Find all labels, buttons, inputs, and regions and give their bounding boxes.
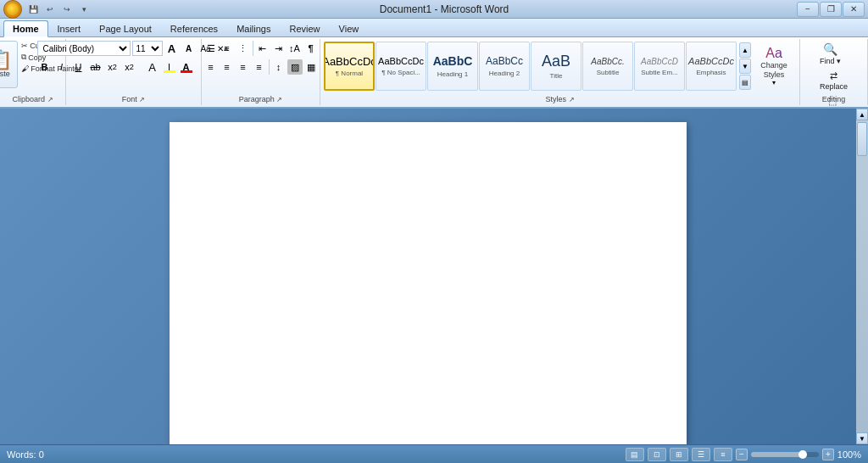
tab-review[interactable]: Review [280, 20, 329, 36]
strikethrough-button[interactable]: ab [88, 59, 103, 75]
tab-home[interactable]: Home [3, 20, 48, 37]
replace-icon: ⇄ [830, 70, 837, 81]
view-web-layout-button[interactable]: ⊞ [670, 448, 688, 461]
vertical-scrollbar[interactable]: ▲ ▼ [856, 109, 868, 444]
borders-button[interactable]: ▦ [303, 59, 319, 75]
customize-qa-button[interactable]: ▾ [76, 3, 92, 16]
word-count: Words: 0 [7, 449, 44, 460]
style-subtitle[interactable]: AaBbCc. Subtitle [582, 42, 633, 91]
bullets-button[interactable]: ☰ [203, 41, 219, 56]
tab-page-layout[interactable]: Page Layout [90, 20, 161, 36]
align-right-button[interactable]: ≡ [236, 59, 251, 75]
change-styles-dropdown-icon: ▾ [772, 79, 776, 86]
style-subtle-em[interactable]: AaBbCcD Subtle Em... [634, 42, 685, 91]
style-normal[interactable]: AaBbCcDc ¶ Normal [324, 42, 375, 91]
align-center-button[interactable]: ≡ [220, 59, 235, 75]
tab-references[interactable]: References [161, 20, 227, 36]
view-print-layout-button[interactable]: ▤ [626, 448, 644, 461]
format-painter-icon: 🖌 [21, 64, 29, 73]
tab-view[interactable]: View [330, 20, 369, 36]
tab-insert[interactable]: Insert [48, 20, 91, 36]
style-emphasis-preview: AaBbCcDc [688, 56, 734, 67]
font-name-select[interactable]: Calibri (Body) [37, 41, 131, 56]
restore-button[interactable]: ❐ [820, 2, 842, 17]
subscript-button[interactable]: x2 [105, 59, 120, 75]
style-no-spacing[interactable]: AaBbCcDc ¶ No Spaci... [376, 42, 426, 91]
decrease-indent-button[interactable]: ⇤ [255, 41, 270, 56]
style-emphasis[interactable]: AaBbCcDc Emphasis [686, 42, 737, 91]
zoom-slider-area: − + 100% [736, 449, 861, 460]
document-area[interactable] [0, 109, 856, 444]
view-full-screen-button[interactable]: ⊡ [648, 448, 666, 461]
find-icon: 🔍 [823, 42, 837, 56]
styles-gallery: AaBbCcDc ¶ Normal AaBbCcDc ¶ No Spaci...… [324, 41, 796, 103]
window-title: Document1 - Microsoft Word [92, 3, 797, 15]
undo-qa-button[interactable]: ↩ [42, 3, 58, 16]
replace-label: Replace [820, 82, 848, 91]
zoom-thumb[interactable] [798, 450, 807, 459]
italic-button[interactable]: I [54, 59, 70, 75]
paste-button[interactable]: 📋 Paste [0, 41, 18, 88]
text-highlight-button[interactable]: I [162, 59, 177, 75]
styles-scroll-down[interactable]: ▼ [739, 59, 751, 74]
minimize-button[interactable]: − [797, 2, 819, 17]
grow-font-button[interactable]: A [164, 41, 180, 56]
editing-group: 🔍 Find ▾ ⇄ Replace ⬚ Select Editing [800, 39, 868, 105]
underline-button[interactable]: U [71, 59, 86, 75]
window-controls: − ❐ ✕ [797, 2, 865, 17]
multilevel-list-button[interactable]: ⋮ [236, 41, 251, 56]
scroll-thumb[interactable] [857, 122, 867, 156]
close-button[interactable]: ✕ [843, 2, 865, 17]
quick-access-toolbar: 💾 ↩ ↪ ▾ [25, 3, 92, 16]
zoom-track[interactable] [751, 452, 819, 457]
scroll-down-button[interactable]: ▼ [856, 432, 868, 444]
status-bar-left: Words: 0 [7, 449, 44, 460]
shrink-font-button[interactable]: A [181, 41, 197, 56]
text-effects-button[interactable]: A [145, 59, 160, 75]
sort-button[interactable]: ↕A [287, 41, 303, 56]
style-heading2-preview: AaBbCc [486, 55, 523, 67]
scroll-up-button[interactable]: ▲ [856, 109, 868, 120]
align-left-button[interactable]: ≡ [203, 59, 219, 75]
styles-expand[interactable]: ▤ [739, 75, 751, 90]
office-button[interactable] [3, 0, 22, 19]
style-title[interactable]: AaB Title [531, 42, 581, 91]
paragraph-group-content: ☰ ≡ ⋮ ⇤ ⇥ ↕A ¶ ≡ ≡ ≡ ≡ ↕ ▨ ▦ [203, 41, 319, 103]
increase-indent-button[interactable]: ⇥ [271, 41, 287, 56]
title-bar: 💾 ↩ ↪ ▾ Document1 - Microsoft Word − ❐ ✕ [0, 0, 868, 19]
styles-scroll-up[interactable]: ▲ [739, 42, 751, 58]
justify-button[interactable]: ≡ [252, 59, 267, 75]
show-hide-button[interactable]: ¶ [303, 41, 319, 56]
shading-button[interactable]: ▨ [287, 59, 303, 75]
view-outline-button[interactable]: ☰ [692, 448, 710, 461]
zoom-percent: 100% [837, 449, 861, 460]
redo-qa-button[interactable]: ↪ [59, 3, 75, 16]
paragraph-group: ☰ ≡ ⋮ ⇤ ⇥ ↕A ¶ ≡ ≡ ≡ ≡ ↕ ▨ ▦ Paragraph ↗ [202, 39, 320, 105]
change-styles-button[interactable]: Aa ChangeStyles ▾ [752, 42, 796, 91]
style-heading2[interactable]: AaBbCc Heading 2 [479, 42, 530, 91]
zoom-out-button[interactable]: − [736, 449, 748, 460]
zoom-fill [751, 452, 802, 457]
replace-button[interactable]: ⇄ Replace [816, 69, 851, 92]
document-page[interactable] [170, 122, 687, 444]
superscript-button[interactable]: x2 [122, 59, 137, 75]
scroll-track[interactable] [856, 120, 868, 432]
find-button[interactable]: 🔍 Find ▾ [816, 41, 844, 67]
change-styles-label: ChangeStyles [760, 61, 787, 80]
save-qa-button[interactable]: 💾 [25, 3, 41, 16]
font-format-row: B I U ab x2 x2 A I A [37, 59, 194, 75]
status-bar: Words: 0 ▤ ⊡ ⊞ ☰ ≡ − + 100% [0, 444, 868, 463]
view-draft-button[interactable]: ≡ [714, 448, 732, 461]
style-normal-preview: AaBbCcDc [324, 55, 375, 69]
line-spacing-button[interactable]: ↕ [271, 59, 287, 75]
font-size-select[interactable]: 11 [132, 41, 163, 56]
style-normal-label: ¶ Normal [336, 70, 363, 77]
style-heading1[interactable]: AaBbC Heading 1 [427, 42, 478, 91]
font-color-button[interactable]: A [179, 59, 194, 75]
tab-mailings[interactable]: Mailings [227, 20, 280, 36]
copy-icon: ⧉ [21, 53, 26, 62]
style-heading1-label: Heading 1 [437, 70, 468, 78]
bold-button[interactable]: B [37, 59, 53, 75]
numbering-button[interactable]: ≡ [220, 41, 235, 56]
zoom-in-button[interactable]: + [822, 449, 834, 460]
